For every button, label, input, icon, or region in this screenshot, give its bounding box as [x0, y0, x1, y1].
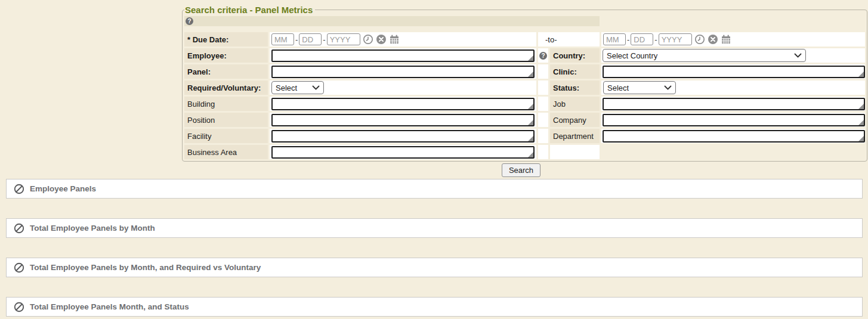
department-label: Department	[550, 129, 600, 143]
due-date-to-group: - -	[601, 32, 865, 47]
empty-spacer	[601, 145, 865, 159]
date-separator: -	[295, 35, 298, 44]
no-data-icon	[14, 223, 24, 234]
job-input[interactable]	[603, 98, 865, 110]
panel-input[interactable]	[271, 66, 535, 78]
required-voluntary-select-value: Select	[276, 83, 297, 92]
facility-cell	[270, 129, 536, 143]
empty-help-cell	[538, 113, 548, 127]
clock-icon[interactable]	[694, 34, 705, 45]
chevron-down-icon	[664, 85, 672, 91]
to-label: -to-	[538, 32, 600, 47]
search-criteria-section: Search criteria - Panel Metrics ? * Due …	[182, 5, 860, 177]
panel-cell	[270, 64, 536, 79]
due-date-from-year-input[interactable]	[327, 33, 360, 45]
due-date-to-day-input[interactable]	[631, 33, 653, 45]
empty-help-cell	[538, 145, 548, 159]
due-date-from-group: - -	[270, 32, 536, 47]
date-separator: -	[654, 35, 657, 44]
country-select-value: Select Country	[607, 51, 657, 60]
no-data-icon	[14, 262, 24, 273]
help-icon[interactable]: ?	[186, 17, 193, 25]
clock-icon[interactable]	[363, 34, 373, 45]
empty-label-cell	[550, 145, 600, 159]
building-cell	[270, 97, 536, 111]
position-input[interactable]	[271, 114, 535, 126]
clinic-input[interactable]	[603, 66, 865, 78]
required-voluntary-cell: Select	[270, 80, 536, 95]
search-button-row: Search	[182, 163, 860, 177]
building-label: Building	[184, 97, 268, 111]
search-form-grid: ? * Due Date: - - -to-	[184, 16, 865, 159]
date-separator: -	[323, 35, 325, 44]
position-label: Position	[184, 113, 268, 127]
country-help-cell: ?	[538, 48, 548, 63]
due-date-label: * Due Date:	[184, 32, 268, 47]
clinic-label: Clinic:	[550, 64, 600, 79]
panel-employee-panels[interactable]: Employee Panels	[6, 179, 863, 199]
chevron-down-icon	[794, 52, 802, 58]
panel-title: Total Employee Panels by Month, and Requ…	[30, 263, 261, 272]
empty-help-cell	[538, 80, 548, 95]
clear-icon[interactable]	[708, 34, 718, 45]
header-spacer	[601, 16, 865, 30]
company-label: Company	[550, 113, 600, 127]
panel-title: Total Employee Panels Month, and Status	[30, 302, 189, 311]
calendar-icon[interactable]	[721, 34, 731, 45]
building-input[interactable]	[271, 98, 535, 110]
position-cell	[270, 113, 536, 127]
panel-total-by-month-required-vs-voluntary[interactable]: Total Employee Panels by Month, and Requ…	[6, 258, 863, 277]
empty-help-cell	[538, 129, 548, 143]
status-cell: Select	[601, 80, 865, 95]
panel-title: Employee Panels	[30, 184, 96, 193]
chevron-down-icon	[312, 85, 320, 91]
status-select-value: Select	[607, 83, 629, 92]
country-label: Country:	[550, 48, 600, 63]
department-input[interactable]	[603, 130, 865, 143]
company-input[interactable]	[603, 114, 865, 126]
required-voluntary-label: Required/Voluntary:	[184, 80, 268, 95]
facility-label: Facility	[184, 129, 268, 143]
job-label: Job	[550, 97, 600, 111]
department-cell	[601, 129, 865, 143]
search-criteria-fieldset: Search criteria - Panel Metrics ? * Due …	[182, 5, 867, 162]
required-voluntary-select[interactable]: Select	[271, 81, 324, 94]
clear-icon[interactable]	[376, 34, 387, 45]
employee-cell	[270, 48, 536, 63]
company-cell	[601, 113, 865, 127]
business-area-input[interactable]	[271, 146, 535, 159]
panel-label: Panel:	[184, 64, 268, 79]
form-header-bar: ?	[184, 16, 600, 26]
calendar-icon[interactable]	[389, 34, 400, 45]
empty-help-cell	[538, 64, 548, 79]
employee-input[interactable]	[271, 49, 535, 62]
business-area-cell	[270, 145, 536, 159]
result-panels: Employee Panels Total Employee Panels by…	[6, 179, 863, 317]
status-label: Status:	[550, 80, 600, 95]
panel-total-by-month[interactable]: Total Employee Panels by Month	[6, 218, 863, 238]
clinic-cell	[601, 64, 865, 79]
search-criteria-title: Search criteria - Panel Metrics	[184, 5, 315, 15]
due-date-to-month-input[interactable]	[603, 33, 626, 45]
help-icon[interactable]: ?	[539, 52, 547, 60]
panel-total-month-status[interactable]: Total Employee Panels Month, and Status	[6, 297, 863, 317]
due-date-to-year-input[interactable]	[659, 33, 692, 45]
facility-input[interactable]	[271, 130, 535, 143]
status-select[interactable]: Select	[603, 81, 676, 94]
search-button[interactable]: Search	[502, 163, 540, 177]
business-area-label: Business Area	[184, 145, 268, 159]
due-date-from-month-input[interactable]	[271, 33, 294, 45]
job-cell	[601, 97, 865, 111]
no-data-icon	[14, 184, 24, 194]
country-select[interactable]: Select Country	[603, 49, 806, 62]
panel-title: Total Employee Panels by Month	[30, 224, 155, 233]
country-cell: Select Country	[601, 48, 865, 63]
no-data-icon	[14, 302, 24, 312]
empty-help-cell	[538, 97, 548, 111]
due-date-from-day-input[interactable]	[299, 33, 322, 45]
date-separator: -	[627, 35, 629, 44]
employee-label: Employee:	[184, 48, 268, 63]
